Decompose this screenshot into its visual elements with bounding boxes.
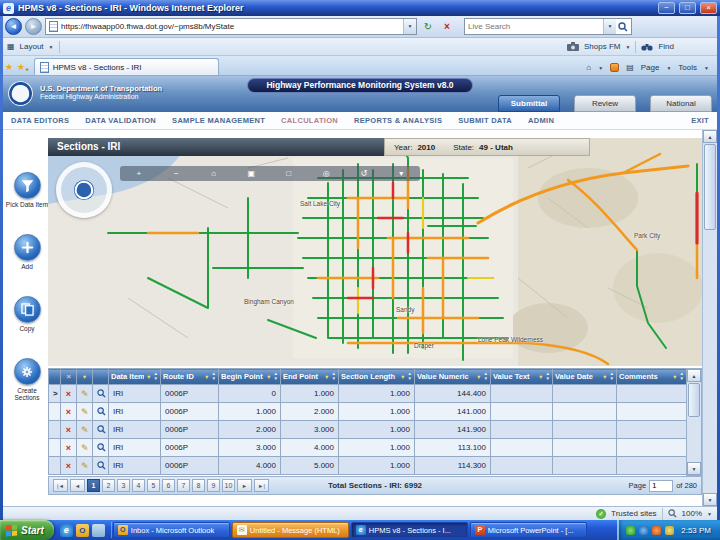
tab-hpms[interactable]: HPMS v8 - Sections - IRI [34,58,219,75]
row-selector[interactable] [49,439,61,457]
address-dropdown-icon[interactable]: ▼ [403,19,416,34]
scroll-up-icon[interactable]: ▲ [703,130,717,143]
year-value[interactable]: 2010 [417,143,435,152]
zoom-in-icon[interactable]: + [132,167,146,181]
nav-submit-data[interactable]: SUBMIT DATA [458,116,512,125]
row-selector[interactable] [49,421,61,439]
column-header-route-id[interactable]: Route ID▼▲▼ [161,369,219,385]
network-icon[interactable] [639,526,648,535]
identify-icon[interactable]: ◎ [319,167,333,181]
column-header-end-point[interactable]: End Point▼▲▼ [281,369,339,385]
pager-page-button[interactable]: 8 [192,479,205,492]
edit-row-icon[interactable]: ✎ [77,421,93,439]
scroll-down-icon[interactable]: ▼ [687,462,701,475]
stop-icon[interactable]: × [439,21,455,32]
delete-row-icon[interactable]: × [61,403,77,421]
print-icon[interactable]: ▤ [626,63,634,72]
nav-reports-analysis[interactable]: REPORTS & ANALYSIS [354,116,442,125]
table-row[interactable]: × ✎ IRI 0006P 4.000 5.000 1.000 114.300 [49,457,687,475]
pager-prev-button[interactable]: ◄ [70,479,85,492]
edit-row-icon[interactable]: ✎ [77,385,93,403]
pager-first-button[interactable]: |◄ [53,479,68,492]
edit-row-icon[interactable]: ✎ [77,439,93,457]
taskbar-button-message[interactable]: ✉ Untitled - Message (HTML) [232,522,349,538]
search-box[interactable]: ▼ [464,18,632,35]
delete-row-icon[interactable]: × [61,439,77,457]
window-scrollbar[interactable]: ▲ ▼ [702,130,717,506]
row-selector[interactable]: > [49,385,61,403]
home-icon[interactable]: ⌂ [586,63,591,72]
show-desktop-icon[interactable] [92,524,105,537]
clear-filter-icon[interactable]: × [61,369,77,385]
column-header-value-text[interactable]: Value Text▼▲▼ [491,369,553,385]
view-row-icon[interactable] [93,439,109,457]
table-scrollbar[interactable]: ▲ ▼ [686,368,702,476]
pager-last-button[interactable]: ►| [254,479,269,492]
tools-menu[interactable]: Tools [678,63,697,72]
pager-page-button[interactable]: 3 [117,479,130,492]
pager-page-button[interactable]: 10 [222,479,235,492]
clock[interactable]: 2:53 PM [681,526,711,535]
row-selector[interactable] [49,457,61,475]
layout-menu[interactable]: Layout [20,42,44,51]
minimize-button[interactable]: − [658,2,675,14]
table-row[interactable]: > × ✎ IRI 0006P 0 1.000 1.000 144.400 [49,385,687,403]
submittal-button[interactable]: Submittal [498,95,560,112]
more-tools-icon[interactable]: ▾ [394,167,408,181]
messenger-icon[interactable] [652,526,661,535]
taskbar-button-hpms[interactable]: e HPMS v8 - Sections - I... [351,522,468,538]
column-header-value-numeric[interactable]: Value Numeric▼▲▼ [415,369,491,385]
pager-page-button[interactable]: 6 [162,479,175,492]
quick-launch-outlook-icon[interactable]: O [76,524,89,537]
view-row-icon[interactable] [93,385,109,403]
scroll-down-icon[interactable]: ▼ [703,493,717,506]
column-header-begin-point[interactable]: Begin Point▼▲▼ [219,369,281,385]
add-tool[interactable]: Add [5,234,49,270]
create-sections-tool[interactable]: Create Sections [5,358,49,402]
pager-page-button[interactable]: 4 [132,479,145,492]
plus-icon[interactable] [14,234,41,261]
rss-feed-icon[interactable] [610,63,619,72]
volume-icon[interactable] [665,526,674,535]
nav-admin[interactable]: ADMIN [528,116,554,125]
column-header-comments[interactable]: Comments▼▲▼ [617,369,687,385]
state-value[interactable]: 49 - Utah [479,143,513,152]
nav-data-validation[interactable]: DATA VALIDATION [85,116,156,125]
scroll-up-icon[interactable]: ▲ [687,369,701,382]
close-button[interactable]: × [700,2,717,14]
scroll-thumb[interactable] [688,383,700,417]
edit-row-icon[interactable]: ✎ [77,403,93,421]
nav-exit[interactable]: EXIT [691,116,709,125]
edit-row-icon[interactable]: ✎ [77,457,93,475]
search-input[interactable] [468,22,601,31]
start-button[interactable]: Start [0,520,54,540]
back-button[interactable]: ◄ [5,18,22,35]
filter-icon[interactable]: ▼ [77,369,93,385]
taskbar-button-powerpoint[interactable]: P Microsoft PowerPoint - [... [470,522,587,538]
find-button[interactable]: Find [658,42,674,51]
table-row[interactable]: × ✎ IRI 0006P 3.000 4.000 1.000 113.100 [49,439,687,457]
view-row-icon[interactable] [93,421,109,439]
reset-view-icon[interactable]: ↺ [357,167,371,181]
page-number-input[interactable] [649,480,673,492]
pager-page-button[interactable]: 2 [102,479,115,492]
search-icon[interactable] [618,22,628,32]
favorites-star-icon[interactable]: ★ [3,62,15,75]
delete-row-icon[interactable]: × [61,421,77,439]
pager-page-button[interactable]: 1 [87,479,100,492]
map-pan-control[interactable] [56,162,112,218]
antivirus-shield-icon[interactable] [626,526,635,535]
zoom-icon[interactable] [668,509,677,518]
view-row-icon[interactable] [93,457,109,475]
column-header-section-length[interactable]: Section Length▼▲▼ [339,369,415,385]
pick-data-item-tool[interactable]: Pick Data Item [5,172,49,208]
delete-row-icon[interactable]: × [61,457,77,475]
pager-next-button[interactable]: ► [237,479,252,492]
nav-sample-management[interactable]: SAMPLE MANAGEMENT [172,116,265,125]
scroll-thumb[interactable] [704,144,716,230]
select-box-icon[interactable]: □ [282,167,296,181]
gear-icon[interactable] [14,358,41,385]
capture-menu[interactable]: Shops FM [584,42,620,51]
refresh-icon[interactable]: ↻ [420,21,436,32]
layers-icon[interactable]: ▣ [244,167,258,181]
